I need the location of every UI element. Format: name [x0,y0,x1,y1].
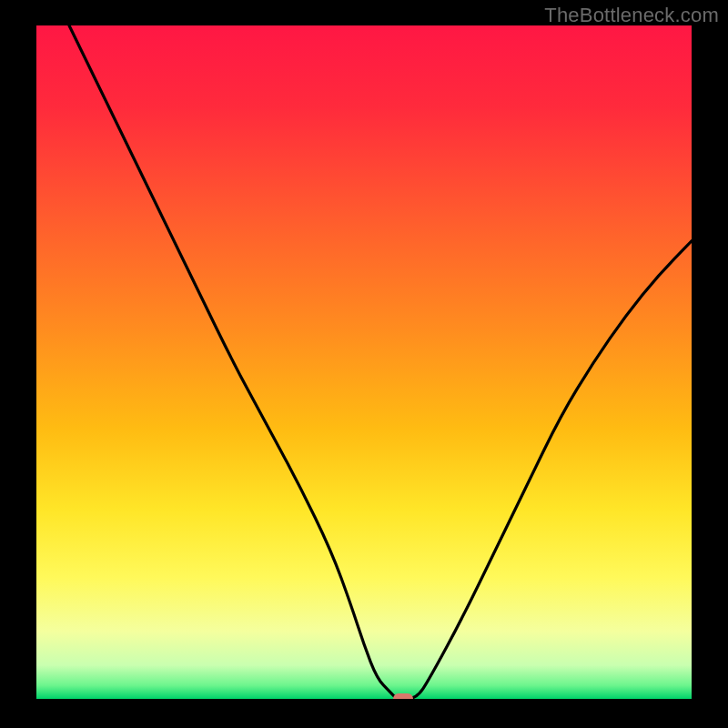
plot-area [36,25,692,699]
watermark-text: TheBottleneck.com [544,4,719,27]
chart-frame: TheBottleneck.com [0,0,728,728]
bottleneck-curve [36,25,692,699]
optimal-marker [393,693,413,699]
